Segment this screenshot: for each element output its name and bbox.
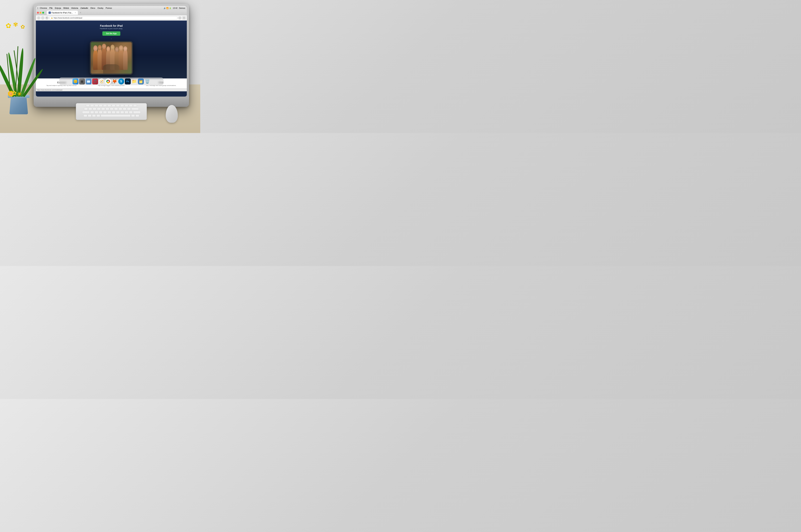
key-alt[interactable]	[92, 114, 96, 117]
key-bracket2[interactable]	[133, 104, 137, 107]
menubar-user: Dariusz	[179, 7, 185, 9]
key-o[interactable]	[120, 104, 124, 107]
chrome-tab[interactable]: f Facebook for iPad | Fac... ✕	[47, 11, 78, 15]
facebook-page: Facebook for iPad Facebook is just a tou…	[36, 21, 187, 97]
flower-head-3: ✿	[21, 24, 25, 30]
keyboard-body[interactable]	[76, 103, 147, 120]
key-cmd[interactable]	[96, 114, 100, 117]
reload-button[interactable]: ↻	[45, 16, 49, 20]
dock-icon-finder[interactable]: 😊	[73, 78, 78, 84]
key-shift2[interactable]	[133, 111, 141, 114]
carousel-dot: •	[40, 38, 183, 40]
key-q[interactable]	[86, 104, 90, 107]
key-g[interactable]	[101, 108, 105, 110]
key-shift[interactable]	[82, 111, 90, 114]
secure-icon: 🔒	[51, 17, 53, 19]
menubar-okno[interactable]: Okno	[90, 7, 95, 9]
key-semi[interactable]	[123, 108, 127, 110]
key-s[interactable]	[88, 108, 92, 110]
key-apos[interactable]	[127, 108, 131, 110]
tab-close-icon[interactable]: ✕	[75, 12, 76, 14]
key-k[interactable]	[114, 108, 118, 110]
menubar-right-section: 🔊 📶 🔋 13:42 Dariusz	[164, 7, 186, 9]
menubar:  Chrome Plik Edycja Widok Historia Zakł…	[36, 6, 187, 10]
key-r[interactable]	[99, 104, 102, 107]
dock-icon-music[interactable]: 🎵	[92, 78, 98, 84]
key-h[interactable]	[106, 108, 109, 110]
flower-head-1: ✿	[6, 22, 11, 30]
key-n[interactable]	[112, 111, 115, 114]
menubar-zakladki[interactable]: Zakładki	[80, 7, 88, 9]
key-comma[interactable]	[120, 111, 124, 114]
key-enter[interactable]	[131, 108, 139, 110]
dock-icon-skype[interactable]: S	[118, 78, 124, 84]
key-alt2[interactable]	[135, 114, 139, 117]
svg-point-2	[108, 81, 109, 82]
key-l[interactable]	[118, 108, 122, 110]
dock-icon-firefox[interactable]: 🦊	[112, 78, 118, 84]
key-f[interactable]	[97, 108, 101, 110]
key-i[interactable]	[116, 104, 120, 107]
dock-icon-photoshop[interactable]: Ps	[125, 78, 131, 84]
menubar-pomoc[interactable]: Pomoc	[106, 7, 112, 9]
magic-mouse[interactable]	[166, 105, 178, 123]
key-w[interactable]	[90, 104, 94, 107]
menubar-plik[interactable]: Plik	[49, 7, 53, 9]
dock-icon-safari[interactable]: 🧭	[99, 78, 104, 84]
back-button[interactable]: ‹	[37, 16, 40, 20]
menubar-chrome[interactable]: Chrome	[40, 7, 47, 9]
url-text: https://www.facebook.com/mobile/ipad	[54, 17, 82, 19]
get-app-button[interactable]: Get the App	[102, 31, 120, 36]
dock-icon-finder-2[interactable]: 🗂️	[138, 78, 144, 84]
key-y[interactable]	[108, 104, 111, 107]
key-v[interactable]	[103, 111, 107, 114]
key-bracket[interactable]	[129, 104, 133, 107]
key-c[interactable]	[99, 111, 102, 114]
key-ctrl[interactable]	[88, 114, 92, 117]
photo-people	[91, 42, 132, 74]
key-p[interactable]	[125, 104, 128, 107]
key-period[interactable]	[125, 111, 128, 114]
traffic-light-maximize[interactable]	[42, 12, 44, 14]
key-m[interactable]	[116, 111, 120, 114]
key-z[interactable]	[90, 111, 94, 114]
key-x[interactable]	[95, 111, 98, 114]
key-u[interactable]	[112, 104, 115, 107]
key-t[interactable]	[103, 104, 107, 107]
ipad-screen	[91, 42, 132, 74]
dock-icon-launchpad[interactable]: ⊞	[79, 78, 85, 84]
key-d[interactable]	[93, 108, 96, 110]
key-b[interactable]	[108, 111, 111, 114]
bookmark-icon[interactable]: ☆	[178, 16, 182, 20]
tab-favicon: f	[49, 12, 51, 14]
address-bar[interactable]: 🔒 https://www.facebook.com/mobile/ipad	[49, 16, 177, 20]
menubar-widok[interactable]: Widok	[63, 7, 69, 9]
imac-screen-bezel:  Chrome Plik Edycja Widok Historia Zakł…	[36, 6, 187, 97]
key-j[interactable]	[110, 108, 114, 110]
dock-icon-mail[interactable]: ✉️	[85, 78, 92, 84]
menubar-osoby[interactable]: Osoby	[97, 7, 103, 9]
traffic-light-minimize[interactable]	[40, 12, 41, 14]
dock-icon-chrome[interactable]	[105, 78, 111, 84]
traffic-light-close[interactable]	[37, 12, 39, 14]
menu-icon[interactable]: ≡	[182, 16, 186, 20]
flower-head-2: ✾	[13, 21, 18, 28]
key-fn[interactable]	[83, 114, 87, 117]
key-cmd2[interactable]	[131, 114, 135, 117]
plant-container: 🌼 ✿ ❀ ✿ ✾ ✿	[0, 21, 41, 114]
tab-title: Facebook for iPad | Fac...	[52, 12, 73, 14]
forward-button[interactable]: ›	[41, 16, 44, 20]
dock-icon-trash[interactable]: 🗑️	[145, 78, 150, 84]
key-slash[interactable]	[129, 111, 133, 114]
key-space[interactable]	[101, 114, 131, 117]
menubar-icons: 🔊 📶 🔋	[164, 7, 171, 9]
new-tab-icon[interactable]: +	[80, 12, 81, 14]
dock-icon-folder[interactable]: 📁	[131, 78, 137, 84]
key-e[interactable]	[95, 104, 98, 107]
mouse-body[interactable]	[166, 105, 178, 123]
menubar-edycja[interactable]: Edycja	[55, 7, 61, 9]
key-a[interactable]	[84, 108, 88, 110]
menubar-historia[interactable]: Historia	[71, 7, 78, 9]
chrome-window: f Facebook for iPad | Fac... ✕ + ‹ › ↻ 🔒…	[36, 10, 187, 97]
apple-menu-icon[interactable]: 	[37, 7, 38, 10]
